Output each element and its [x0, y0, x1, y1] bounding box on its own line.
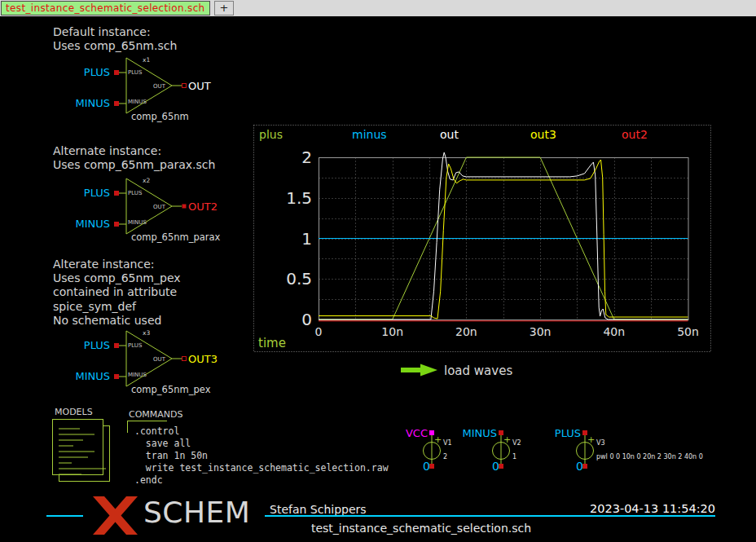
net-label-minus[interactable]: MINUS: [69, 97, 110, 109]
net-label-out[interactable]: OUT3: [188, 353, 218, 365]
pin-label-minus: MINUS: [128, 99, 147, 105]
pin-label-plus: PLUS: [128, 190, 142, 196]
commands-text: .control save all tran 1n 50n write test…: [134, 425, 389, 487]
waveform-graph[interactable]: plusminusoutout3out200.511.52010n20n30n4…: [253, 125, 711, 352]
y-tick-label: 1: [301, 229, 312, 249]
gnd-label[interactable]: 0: [563, 460, 583, 473]
xschem-window: test_instance_schematic_selection.sch + …: [0, 0, 756, 542]
instance-ref: x1: [143, 56, 150, 64]
pin-minus[interactable]: [114, 222, 119, 227]
y-tick-label: 1.5: [286, 188, 312, 208]
gnd-label[interactable]: 0: [479, 460, 499, 473]
pin-plus[interactable]: [114, 191, 119, 196]
legend-plus: plus: [259, 128, 283, 141]
x-tick-label: 0: [315, 325, 323, 338]
tab-label: test_instance_schematic_selection.sch: [6, 2, 205, 14]
legend-out: out: [440, 128, 459, 141]
pin-label-plus: PLUS: [128, 69, 142, 76]
x-tick-label: 20n: [455, 325, 477, 338]
svg-text:+: +: [434, 434, 442, 445]
load-waves-label: load waves: [444, 364, 512, 378]
instance-ref: x2: [143, 177, 150, 184]
models-label: MODELS: [55, 407, 93, 417]
new-tab-label: +: [220, 2, 229, 14]
pin-plus[interactable]: [114, 343, 119, 348]
vsource-v3[interactable]: + PLUS V3 pwl 0 0 10n 0 20n 2 30n 2 40n …: [560, 427, 723, 476]
pin-minus[interactable]: [114, 101, 119, 106]
footer-author: Stefan Schippers: [270, 503, 367, 516]
source-ref: V2: [512, 439, 521, 447]
xschem-logo-x: [93, 496, 142, 535]
titleblock-line-left: [46, 515, 83, 517]
net-label-minus[interactable]: MINUS: [69, 370, 110, 382]
net-label-plus[interactable]: PLUS: [69, 187, 110, 199]
pin-label-minus: MINUS: [128, 219, 147, 226]
footer-filename: test_instance_schematic_selection.sch: [250, 522, 592, 535]
net-label-out[interactable]: OUT2: [188, 200, 218, 213]
pin-label-minus: MINUS: [128, 372, 147, 378]
x-tick-label: 50n: [677, 325, 699, 338]
pin-out[interactable]: [182, 357, 187, 361]
legend-out2: out2: [622, 128, 648, 141]
models-icon: [52, 419, 116, 486]
xschem-logo-text: SCHEM: [143, 496, 250, 529]
comparator-x2[interactable]: PLUS MINUS x2 PLUS MINUS OUT OUT2 comp_6…: [79, 170, 242, 247]
pin-plus[interactable]: [114, 70, 119, 75]
y-tick-label: 2: [301, 148, 312, 167]
gnd-label[interactable]: 0: [410, 460, 430, 473]
tab-bar: test_instance_schematic_selection.sch +: [0, 0, 756, 16]
symbol-name: comp_65nm_pex: [131, 384, 210, 395]
symbol-name: comp_65nm_parax: [131, 231, 220, 243]
comparator-x1[interactable]: PLUS MINUS x1 PLUS MINUS OUT OUT comp_65…: [79, 49, 242, 126]
load-waves-launcher[interactable]: load waves: [401, 364, 440, 380]
pin-label-out: OUT: [147, 356, 165, 363]
titleblock-line: [265, 515, 715, 517]
pin-label-plus: PLUS: [128, 342, 142, 349]
footer-datetime: 2023-04-13 11:54:20: [570, 502, 715, 515]
legend-out3: out3: [530, 128, 556, 141]
x-tick-label: 10n: [381, 325, 403, 338]
net-label-minus[interactable]: MINUS: [448, 427, 497, 439]
net-label-out[interactable]: OUT: [188, 80, 211, 92]
symbol-name: comp_65nm: [131, 111, 189, 122]
launcher-arrow-icon: [401, 364, 440, 377]
instance-ref: x3: [143, 329, 150, 337]
new-tab-button[interactable]: +: [214, 1, 234, 15]
x-axis-label: time: [258, 336, 286, 350]
pin-label-out: OUT: [147, 204, 165, 210]
note-alterate-instance: Alterate instance: Uses comp_65nm_pex co…: [53, 258, 181, 328]
waveform-plot: plusminusoutout3out200.511.52010n20n30n4…: [253, 125, 711, 352]
pin-out[interactable]: [182, 205, 187, 209]
net-label-plus[interactable]: PLUS: [69, 339, 110, 351]
pin-label-out: OUT: [147, 83, 165, 90]
svg-text:+: +: [503, 434, 511, 445]
pin-minus[interactable]: [114, 374, 119, 379]
comparator-x3[interactable]: PLUS MINUS x3 PLUS MINUS OUT OUT3 comp_6…: [79, 322, 242, 399]
net-label-plus[interactable]: PLUS: [532, 427, 581, 439]
y-tick-label: 0.5: [286, 269, 312, 289]
wave-out: [319, 152, 688, 319]
x-tick-label: 40n: [603, 325, 625, 338]
net-label-vcc[interactable]: VCC: [379, 427, 428, 439]
y-tick-label: 0: [301, 310, 312, 329]
source-ref: V1: [443, 439, 452, 447]
source-value: 2: [443, 453, 447, 460]
svg-text:+: +: [587, 434, 595, 445]
source-ref: V3: [596, 439, 605, 447]
source-value: 1: [512, 453, 516, 460]
net-label-minus[interactable]: MINUS: [69, 218, 110, 230]
x-tick-label: 30n: [530, 325, 552, 338]
legend-minus: minus: [352, 128, 387, 141]
source-value: pwl 0 0 10n 0 20n 2 30n 2 40n 0: [596, 453, 703, 460]
pin-out[interactable]: [182, 84, 187, 88]
note-alternate-instance: Alternate instance: Uses comp_65nm_parax…: [53, 144, 215, 172]
tab-current[interactable]: test_instance_schematic_selection.sch: [1, 1, 210, 15]
commands-label: COMMANDS: [129, 409, 183, 420]
net-label-plus[interactable]: PLUS: [69, 66, 110, 78]
